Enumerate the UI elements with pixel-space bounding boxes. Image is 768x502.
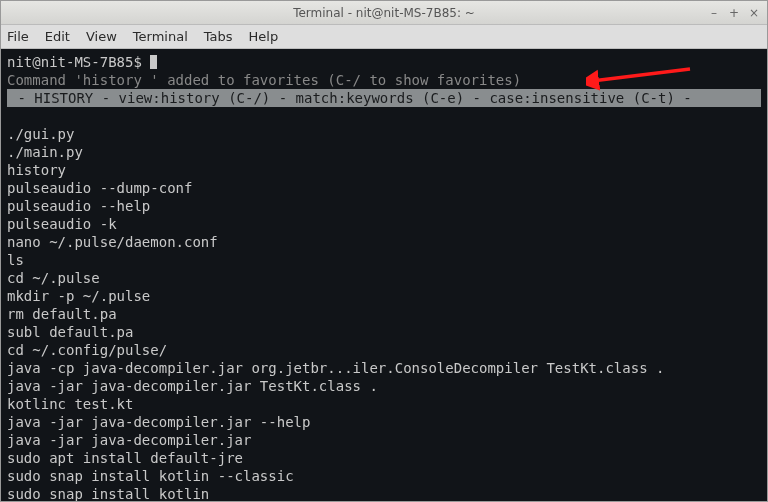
history-line[interactable]: cd ~/.config/pulse/ xyxy=(7,342,167,358)
text-cursor xyxy=(150,55,157,69)
menu-view[interactable]: View xyxy=(86,29,117,44)
terminal-window: Terminal - nit@nit-MS-7B85: ~ – + × File… xyxy=(0,0,768,502)
window-title: Terminal - nit@nit-MS-7B85: ~ xyxy=(1,6,767,20)
history-line[interactable]: ./gui.py xyxy=(7,126,74,142)
history-line[interactable]: cd ~/.pulse xyxy=(7,270,100,286)
maximize-button[interactable]: + xyxy=(727,6,741,20)
menu-tabs[interactable]: Tabs xyxy=(204,29,233,44)
menu-edit[interactable]: Edit xyxy=(45,29,70,44)
history-line[interactable]: java -jar java-decompiler.jar TestKt.cla… xyxy=(7,378,378,394)
menubar: File Edit View Terminal Tabs Help xyxy=(1,25,767,49)
menu-help[interactable]: Help xyxy=(249,29,279,44)
history-line[interactable]: nano ~/.pulse/daemon.conf xyxy=(7,234,218,250)
history-line[interactable]: history xyxy=(7,162,66,178)
history-line[interactable]: pulseaudio --help xyxy=(7,198,150,214)
history-line[interactable]: rm default.pa xyxy=(7,306,117,322)
shell-prompt: nit@nit-MS-7B85$ xyxy=(7,54,150,70)
favorites-message: Command 'history ' added to favorites (C… xyxy=(7,72,521,88)
terminal-area[interactable]: nit@nit-MS-7B85$ Command 'history ' adde… xyxy=(1,49,767,501)
window-controls: – + × xyxy=(707,6,767,20)
history-line[interactable]: java -cp java-decompiler.jar org.jetbr..… xyxy=(7,360,664,376)
history-line[interactable]: pulseaudio -k xyxy=(7,216,117,232)
history-line[interactable]: ls xyxy=(7,252,24,268)
history-line[interactable]: sudo snap install kotlin --classic xyxy=(7,468,294,484)
titlebar[interactable]: Terminal - nit@nit-MS-7B85: ~ – + × xyxy=(1,1,767,25)
menu-terminal[interactable]: Terminal xyxy=(133,29,188,44)
history-line[interactable]: ./main.py xyxy=(7,144,83,160)
menu-file[interactable]: File xyxy=(7,29,29,44)
history-line[interactable]: pulseaudio --dump-conf xyxy=(7,180,192,196)
history-line[interactable]: sudo apt install default-jre xyxy=(7,450,243,466)
history-line[interactable]: sudo snap install kotlin xyxy=(7,486,209,501)
history-status-bar: - HISTORY - view:history (C-/) - match:k… xyxy=(7,89,761,107)
minimize-button[interactable]: – xyxy=(707,6,721,20)
history-line[interactable]: mkdir -p ~/.pulse xyxy=(7,288,150,304)
history-line[interactable]: subl default.pa xyxy=(7,324,133,340)
history-line[interactable]: kotlinc test.kt xyxy=(7,396,133,412)
history-line[interactable]: java -jar java-decompiler.jar --help xyxy=(7,414,310,430)
close-button[interactable]: × xyxy=(747,6,761,20)
history-line[interactable]: java -jar java-decompiler.jar xyxy=(7,432,251,448)
